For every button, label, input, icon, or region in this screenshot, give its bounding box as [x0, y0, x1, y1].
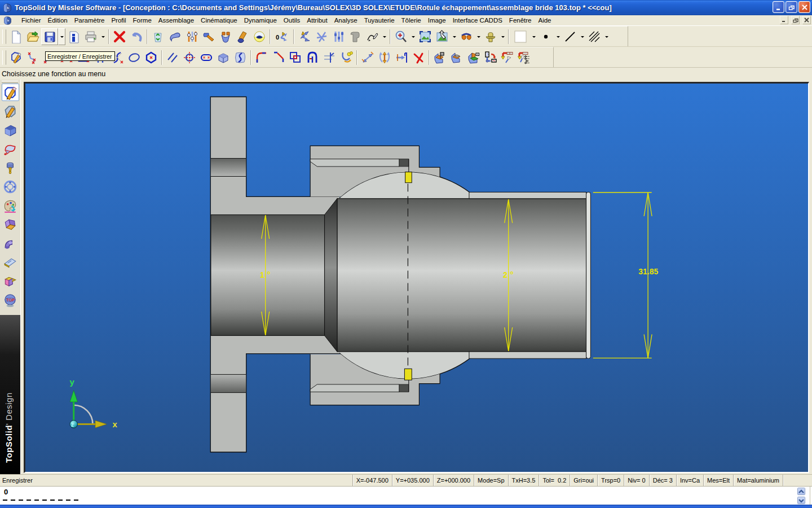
- menu-aide[interactable]: Aide: [535, 16, 555, 25]
- edit-wrench-button[interactable]: [166, 28, 183, 45]
- pan-view-dropdown-arrow[interactable]: [451, 28, 458, 45]
- hand-sketch-dropdown-arrow[interactable]: [381, 28, 388, 45]
- workplane-open-button[interactable]: [465, 49, 482, 66]
- menu-profil[interactable]: Profil: [108, 16, 129, 25]
- minimize-button[interactable]: [773, 1, 784, 13]
- folded-surface-tool[interactable]: [2, 216, 19, 234]
- open-box-tool[interactable]: [2, 273, 19, 290]
- line-style-dropdown-arrow[interactable]: [579, 28, 586, 45]
- parallel-lines-button[interactable]: [164, 49, 181, 66]
- tree-analyze-button[interactable]: [499, 49, 516, 66]
- pan-view-button[interactable]: [434, 28, 451, 45]
- menu-interface-cadds[interactable]: Interface CADDS: [449, 16, 506, 25]
- polygon-profile-button[interactable]: [143, 49, 160, 66]
- save-dropdown-arrow[interactable]: [58, 28, 65, 45]
- select-cross-button[interactable]: [313, 28, 330, 45]
- sketch-2d-tool[interactable]: [2, 84, 19, 101]
- dimension-reference-button[interactable]: [393, 49, 410, 66]
- zoom-fit-button[interactable]: [417, 28, 434, 45]
- dimension-angle-button[interactable]: [376, 49, 393, 66]
- scroll-down-button[interactable]: [797, 496, 806, 505]
- element-parameters-button[interactable]: [183, 28, 200, 45]
- menu-param-tre[interactable]: Paramètre: [71, 16, 108, 25]
- circle-center-button[interactable]: [181, 49, 198, 66]
- toolbar-grip[interactable]: [2, 50, 6, 65]
- trim-lines-button[interactable]: [321, 49, 338, 66]
- restore-button[interactable]: [785, 1, 797, 13]
- render-palette-tool[interactable]: [2, 197, 19, 214]
- menu-cin-matique[interactable]: Cinématique: [197, 16, 241, 25]
- cad-viewport[interactable]: o1o231.85 y x z: [24, 82, 809, 473]
- offset-curve-button[interactable]: [338, 49, 355, 66]
- surface-spline-button[interactable]: [232, 49, 249, 66]
- cancel-dimension-button[interactable]: [410, 49, 427, 66]
- sphere-top-tool[interactable]: TOP: [2, 292, 19, 309]
- menu-fichier[interactable]: Fichier: [18, 16, 45, 25]
- mdi-close-button[interactable]: [802, 16, 811, 24]
- menu-assemblage[interactable]: Assemblage: [155, 16, 197, 25]
- close-button[interactable]: [798, 1, 810, 13]
- menu-outils[interactable]: Outils: [280, 16, 303, 25]
- title-bar[interactable]: TopSolid by Missler Software - [Concepti…: [0, 0, 812, 15]
- document-info-button[interactable]: [65, 28, 82, 45]
- mdi-minimize-button[interactable]: [780, 16, 788, 24]
- screw-view-button[interactable]: [482, 28, 499, 45]
- new-document-button[interactable]: [7, 28, 24, 45]
- mdi-restore-button[interactable]: [791, 16, 800, 24]
- sidebar-grip[interactable]: [2, 81, 18, 83]
- box-3d-button[interactable]: [215, 49, 232, 66]
- polyline-points-button[interactable]: [24, 49, 41, 66]
- menu-forme[interactable]: Forme: [130, 16, 155, 25]
- hand-sketch-button[interactable]: [364, 28, 381, 45]
- screw-view-dropdown-arrow[interactable]: [499, 28, 506, 45]
- menu-image[interactable]: Image: [425, 16, 449, 25]
- menu-analyse[interactable]: Analyse: [331, 16, 361, 25]
- recycle-bin-button[interactable]: [149, 28, 166, 45]
- hatch-style-dropdown-arrow[interactable]: [603, 28, 610, 45]
- workplane-flag-button[interactable]: [431, 49, 448, 66]
- print-button[interactable]: [82, 28, 99, 45]
- alphanumeric-bar[interactable]: 0: [0, 486, 812, 505]
- sketch-3d-tool[interactable]: [2, 103, 19, 120]
- menu-t-lerie[interactable]: Tôlerie: [398, 16, 425, 25]
- menu-fen-tre[interactable]: Fenêtre: [506, 16, 535, 25]
- solid-box-tool[interactable]: [2, 121, 19, 139]
- print-dropdown-arrow[interactable]: [99, 28, 107, 45]
- open-document-button[interactable]: [24, 28, 41, 45]
- zoom-plus-dropdown-arrow[interactable]: [409, 28, 417, 45]
- key-point-zero-button[interactable]: 0: [272, 28, 292, 45]
- dimension-length-button[interactable]: [359, 49, 376, 66]
- hatch-style-button[interactable]: [586, 28, 603, 45]
- point-style-button[interactable]: [537, 28, 554, 45]
- chamfer-corner-button[interactable]: [270, 49, 287, 66]
- menu-tuyauterie[interactable]: Tuyauterie: [361, 16, 398, 25]
- analyze-visor-button[interactable]: [251, 28, 268, 45]
- menu-attribut[interactable]: Attribut: [303, 16, 330, 25]
- shading-glasses-button[interactable]: [458, 28, 475, 45]
- sketch-contour-button[interactable]: [7, 49, 24, 66]
- save-button[interactable]: [41, 28, 58, 45]
- grab-handle-button[interactable]: [347, 28, 364, 45]
- build-hammer-button[interactable]: [200, 28, 217, 45]
- bearing-ring-tool[interactable]: [2, 178, 19, 196]
- frame-transform-button[interactable]: [482, 49, 499, 66]
- surface-tool-tool[interactable]: [2, 141, 19, 158]
- point-style-dropdown-arrow[interactable]: [554, 28, 562, 45]
- u-slot-button[interactable]: [304, 49, 321, 66]
- slot-profile-button[interactable]: [198, 49, 215, 66]
- sheet-plate-tool[interactable]: [2, 254, 19, 271]
- line-style-button[interactable]: [562, 28, 579, 45]
- overlap-squares-button[interactable]: [287, 49, 304, 66]
- color-swatch-dropdown-arrow[interactable]: [530, 28, 537, 45]
- list-parameters-button[interactable]: [330, 28, 347, 45]
- fillet-corner-button[interactable]: [253, 49, 270, 66]
- ellipse-profile-button[interactable]: [126, 49, 143, 66]
- drill-tap-tool[interactable]: [2, 159, 19, 177]
- zoom-plus-button[interactable]: [392, 28, 409, 45]
- undo-button[interactable]: [128, 28, 145, 45]
- scroll-up-button[interactable]: [797, 487, 806, 496]
- select-arrows-button[interactable]: [296, 28, 313, 45]
- menu-dynamique[interactable]: Dynamique: [241, 16, 280, 25]
- workplane-center-button[interactable]: [448, 49, 465, 66]
- modify-grinder-button[interactable]: [234, 28, 251, 45]
